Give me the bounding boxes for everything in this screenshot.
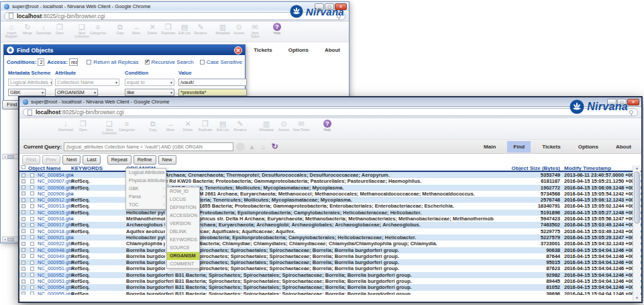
table-row[interactable]: NC_000908.gbk RefSeq. m G37 Bacteria; Te… [19, 185, 641, 191]
refresh-icon[interactable]: ↻ [270, 142, 279, 151]
scroll-up-icon[interactable]: ▲ [633, 165, 641, 171]
toolbar-button[interactable]: ⊙ Access [275, 120, 292, 132]
row-select-checkbox[interactable] [21, 273, 25, 277]
nav-tab[interactable]: About [319, 44, 346, 56]
toolbar-button[interactable]: ❒ Replicate [197, 120, 214, 132]
vertical-scrollbar[interactable]: ▲ ▼ [633, 165, 641, 301]
toolbar-button[interactable]: ❏ New Collection [101, 120, 118, 135]
context-menu-item[interactable]: GBK [126, 185, 166, 193]
row-flag-checkbox[interactable] [30, 261, 34, 265]
row-select-checkbox[interactable] [21, 292, 25, 295]
submenu-item[interactable]: KEYWORDS [167, 236, 199, 244]
nav-tab[interactable]: Options [572, 141, 604, 152]
table-row[interactable]: NC_000953.gbk RefSeq. Borrelia burgdorfe… [19, 278, 641, 284]
col-header-object-size[interactable]: Object Size (Bytes) [488, 165, 560, 171]
toolbar-button[interactable]: ↻ Merge [19, 23, 36, 35]
row-select-checkbox[interactable] [21, 267, 25, 271]
object-name-link[interactable]: NC_000912.gbk [38, 197, 74, 203]
row-select-checkbox[interactable] [21, 279, 25, 284]
pager-button[interactable]: Last [83, 155, 100, 165]
table-row[interactable]: NC_000950.gbk RefSeq. Borrelia burgdorfe… [19, 259, 641, 265]
row-flag-checkbox[interactable] [30, 217, 34, 221]
row-flag-checkbox[interactable] [30, 279, 34, 284]
row-flag-checkbox[interactable] [30, 267, 34, 271]
table-row[interactable]: NC_000921.gbk - Helicobacter pylori J9ot… [19, 234, 641, 241]
row-flag-checkbox[interactable] [30, 229, 34, 233]
table-row[interactable]: NC_000948.gbk RefSeq. Borrelia burgdorfe… [19, 247, 641, 253]
row-select-checkbox[interactable] [21, 235, 25, 239]
toolbar-button[interactable]: ▥ Metadata [215, 23, 231, 35]
row-flag-checkbox[interactable] [30, 235, 34, 239]
table-row[interactable]: NC_000912.gbk RefSeq. teria; Tenericutes… [19, 197, 641, 203]
object-name-link[interactable]: NC_000954.gbk [38, 284, 74, 290]
pager-button[interactable]: Repeat [107, 155, 131, 165]
checkbox-icon[interactable] [145, 60, 150, 64]
object-name-link[interactable]: NC_000908.gbk [38, 185, 74, 191]
toolbar-button[interactable]: ▤ Edit List [214, 120, 231, 132]
submenu-item[interactable]: ROW_ID [167, 187, 199, 195]
row-select-checkbox[interactable] [21, 185, 25, 189]
toolbar-button[interactable]: ⊙ Access [231, 23, 247, 35]
table-row[interactable]: NC_000922.gbk RefSeq. Chlamydophila pneu… [19, 241, 641, 247]
table-row[interactable]: NC_000918.gbk RefSeq. Aquifex aeolicus V… [19, 228, 641, 234]
row-flag-checkbox[interactable] [30, 273, 34, 277]
pager-button[interactable]: New [158, 155, 176, 165]
toolbar-button[interactable]: ✉ New Ticket [247, 23, 263, 38]
toolbar-button[interactable]: ❏ New Collection [74, 23, 90, 38]
object-name-link[interactable]: NC_000916.gbk [38, 216, 74, 222]
context-menu-item[interactable]: Physical Attributes [126, 177, 166, 185]
object-name-link[interactable]: NC_000854.gbk [38, 172, 74, 178]
row-flag-checkbox[interactable] [30, 292, 34, 295]
nav-tab[interactable]: Options [282, 44, 315, 56]
value-input[interactable]: *prevotella* [178, 89, 247, 96]
nav-tab[interactable]: Main [478, 141, 502, 152]
object-name-link[interactable]: NC_000951.gbk [38, 265, 74, 271]
table-row[interactable]: NC_000955.gbk RefSeq. Borrelia burgdorfe… [19, 291, 641, 295]
metadata-scheme-select[interactable]: Logical Attributes [8, 79, 52, 86]
pager-button[interactable]: Refine [133, 155, 156, 165]
table-row[interactable]: NC_000949.gbk RefSeq. Borrelia burgdorfe… [19, 253, 641, 259]
table-row[interactable]: NC_000954.gbk RefSeq. Borrelia burgdorfe… [19, 284, 641, 290]
object-name-link[interactable]: NC_000907.gbk [38, 178, 74, 184]
object-name-link[interactable]: NC_000953.gbk [38, 278, 74, 284]
row-flag-checkbox[interactable] [30, 185, 34, 189]
submenu-item[interactable]: DEFINITION [167, 204, 199, 212]
toolbar-button[interactable]: ↓ Download [36, 23, 52, 35]
toolbar-button[interactable]: ✎ Rename [231, 120, 249, 132]
row-select-checkbox[interactable] [21, 261, 25, 265]
object-name-link[interactable]: NC_000913.gbk [38, 203, 74, 209]
row-flag-checkbox[interactable] [30, 286, 34, 290]
toolbar-button[interactable]: ⌂ Import Register [3, 23, 19, 38]
toolbar-button[interactable]: ✉ New Ticket [292, 120, 310, 132]
toolbar-button[interactable]: ❐ Open [74, 120, 92, 132]
title-bar[interactable]: super@root - localhost - Nirvana Web Cli… [19, 97, 641, 107]
row-select-checkbox[interactable] [21, 286, 25, 290]
toolbar-button[interactable]: ≡ Categorize [90, 23, 106, 35]
toolbar-button[interactable]: ▥ Metadata [258, 120, 275, 132]
nav-tab[interactable]: About [610, 141, 637, 152]
condition-select[interactable]: equal to [125, 79, 174, 86]
dialog-close-icon[interactable]: ✕ [234, 46, 242, 54]
row-select-checkbox[interactable] [21, 179, 25, 183]
col-header-keywords[interactable]: KEYWORDS [71, 165, 103, 171]
pager-button[interactable]: Prev [42, 155, 60, 165]
metadata-scheme-select[interactable]: GBK [8, 89, 46, 96]
table-row[interactable]: NC_000951.gbk RefSeq. Borrelia burgdorfe… [19, 265, 641, 271]
attribute-select[interactable]: Collection Name [55, 79, 119, 86]
horizontal-scrollbar[interactable] [2, 154, 19, 159]
submenu-item[interactable]: DBLINK [167, 228, 199, 236]
submenu-item[interactable]: LOCUS [167, 195, 199, 204]
conditions-select[interactable]: 2 [38, 58, 44, 66]
nav-tab[interactable]: Find [507, 141, 531, 152]
close-button[interactable]: ✕ [627, 99, 639, 105]
table-row[interactable]: NC_000952.gbk RefSeq. Borrelia burgdorfe… [19, 272, 641, 278]
row-select-checkbox[interactable] [21, 242, 25, 246]
row-select-checkbox[interactable] [21, 248, 25, 252]
row-flag-checkbox[interactable] [30, 254, 34, 258]
object-name-link[interactable]: NC_000921.gbk [38, 234, 74, 241]
row-flag-checkbox[interactable] [30, 204, 34, 208]
home-icon[interactable]: ⌂ [259, 142, 268, 151]
checkbox-icon[interactable] [200, 60, 205, 64]
submenu-item[interactable]: ORGANISM [167, 252, 199, 260]
object-name-link[interactable]: NC_000917.gbk [38, 222, 74, 228]
